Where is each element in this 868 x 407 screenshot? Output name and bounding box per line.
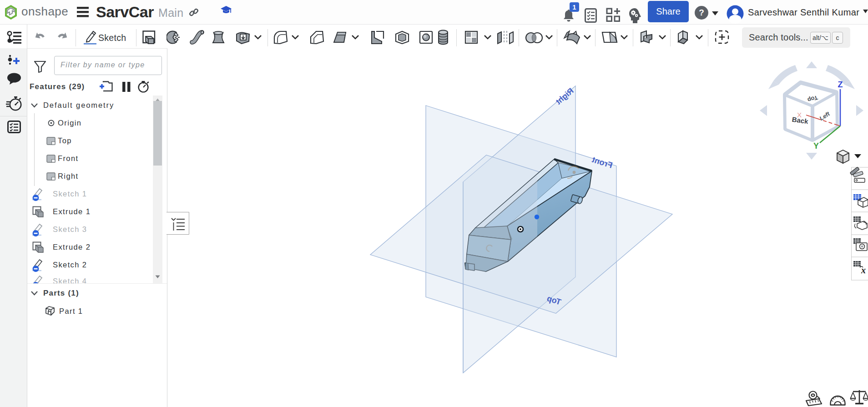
svg-text:Z: Z <box>838 80 843 89</box>
svg-text:Y: Y <box>813 141 819 151</box>
svg-text:X: X <box>797 111 802 119</box>
